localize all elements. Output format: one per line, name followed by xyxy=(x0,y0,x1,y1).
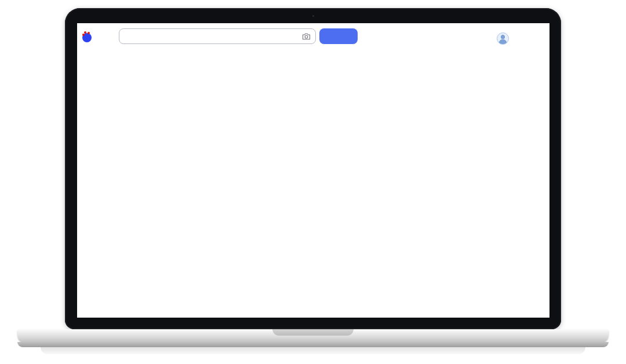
user-avatar[interactable] xyxy=(497,32,509,45)
page xyxy=(0,0,626,364)
browser-screen xyxy=(77,23,549,318)
paw-icon xyxy=(82,33,92,42)
laptop-notch xyxy=(272,329,354,336)
webcam-dot xyxy=(312,15,314,17)
laptop-shadow xyxy=(41,347,585,354)
camera-search-icon[interactable] xyxy=(302,33,315,40)
search-button[interactable] xyxy=(319,28,358,44)
baidu-logo[interactable] xyxy=(82,31,92,45)
search-box[interactable] xyxy=(119,28,316,44)
laptop-base-edge xyxy=(17,342,609,347)
hot-search-panel xyxy=(374,73,548,79)
